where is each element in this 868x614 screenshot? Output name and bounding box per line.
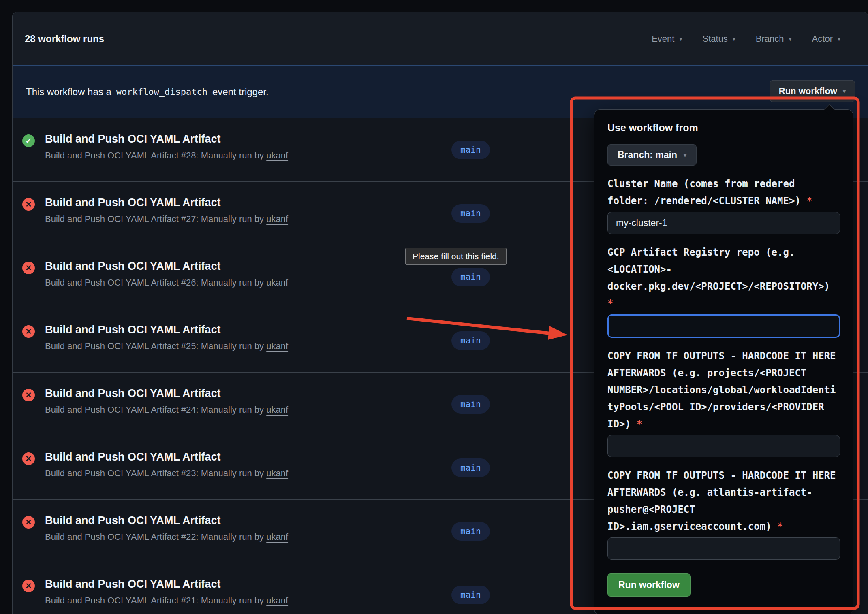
use-workflow-from-heading: Use workflow from <box>607 122 840 134</box>
branch-badge[interactable]: main <box>451 141 490 159</box>
workflow-input-field[interactable] <box>607 435 840 457</box>
actor-link[interactable]: ukanf <box>266 595 288 605</box>
actor-link[interactable]: ukanf <box>266 341 288 351</box>
failure-x-icon: ✕ <box>22 452 35 465</box>
actor-link[interactable]: ukanf <box>266 150 288 160</box>
failure-x-icon: ✕ <box>22 389 35 401</box>
branch-badge[interactable]: main <box>451 268 490 286</box>
success-check-icon: ✓ <box>22 134 35 147</box>
status-filter-dropdown[interactable]: Status ▾ <box>702 34 735 44</box>
event-filter-dropdown[interactable]: Event ▾ <box>652 34 682 44</box>
required-asterisk: * <box>607 298 613 309</box>
failure-x-icon: ✕ <box>22 325 35 338</box>
actor-link[interactable]: ukanf <box>266 532 288 542</box>
chevron-down-icon: ▾ <box>843 88 846 94</box>
runs-list-header: 28 workflow runs Event ▾ Status ▾ Branch… <box>13 12 868 65</box>
run-title-link[interactable]: Build and Push OCI YAML Artifact <box>45 324 288 336</box>
chevron-down-icon: ▾ <box>679 36 682 42</box>
run-title-link[interactable]: Build and Push OCI YAML Artifact <box>45 451 288 463</box>
run-subtitle: Build and Push OCI YAML Artifact #27: Ma… <box>45 214 288 224</box>
failure-x-icon: ✕ <box>22 516 35 529</box>
failure-x-icon: ✕ <box>22 262 35 274</box>
workflow-input-fields: Cluster Name (comes from redered folder:… <box>607 175 840 560</box>
run-subtitle: Build and Push OCI YAML Artifact #23: Ma… <box>45 468 288 479</box>
run-workflow-submit-button[interactable]: Run workflow <box>607 573 691 597</box>
failure-x-icon: ✕ <box>22 580 35 592</box>
workflow-input-label: Cluster Name (comes from redered folder:… <box>607 175 840 209</box>
validation-tooltip: Please fill out this field. <box>405 248 507 265</box>
required-asterisk: * <box>637 418 642 430</box>
branch-badge[interactable]: main <box>451 395 490 414</box>
chevron-down-icon: ▾ <box>684 152 686 158</box>
run-title-link[interactable]: Build and Push OCI YAML Artifact <box>45 260 288 273</box>
workflow-input-field[interactable] <box>607 212 840 234</box>
workflow-input-label: GCP Artifact Registry repo (e.g. <LOCATI… <box>607 244 840 312</box>
run-title-link[interactable]: Build and Push OCI YAML Artifact <box>45 387 288 400</box>
run-title-link[interactable]: Build and Push OCI YAML Artifact <box>45 133 288 145</box>
run-text-block: Build and Push OCI YAML ArtifactBuild an… <box>45 451 288 479</box>
run-title-link[interactable]: Build and Push OCI YAML Artifact <box>45 578 288 591</box>
run-text-block: Build and Push OCI YAML ArtifactBuild an… <box>45 324 288 352</box>
run-text-block: Build and Push OCI YAML ArtifactBuild an… <box>45 196 288 224</box>
actor-link[interactable]: ukanf <box>266 468 288 478</box>
run-subtitle: Build and Push OCI YAML Artifact #22: Ma… <box>45 532 288 542</box>
run-title-link[interactable]: Build and Push OCI YAML Artifact <box>45 196 288 209</box>
required-asterisk: * <box>777 521 783 532</box>
actor-link[interactable]: ukanf <box>266 277 288 288</box>
failure-x-icon: ✕ <box>22 198 35 211</box>
run-workflow-dropdown-button[interactable]: Run workflow ▾ <box>770 80 855 102</box>
filter-bar: Event ▾ Status ▾ Branch ▾ Actor ▾ <box>652 34 852 44</box>
run-text-block: Build and Push OCI YAML ArtifactBuild an… <box>45 260 288 288</box>
branch-filter-dropdown[interactable]: Branch ▾ <box>756 34 792 44</box>
run-subtitle: Build and Push OCI YAML Artifact #21: Ma… <box>45 595 288 606</box>
actor-link[interactable]: ukanf <box>266 405 288 415</box>
run-subtitle: Build and Push OCI YAML Artifact #26: Ma… <box>45 277 288 288</box>
actor-link[interactable]: ukanf <box>266 214 288 224</box>
branch-selector-button[interactable]: Branch: main ▾ <box>607 144 697 166</box>
run-subtitle: Build and Push OCI YAML Artifact #28: Ma… <box>45 150 288 161</box>
chevron-down-icon: ▾ <box>733 36 735 42</box>
run-title-link[interactable]: Build and Push OCI YAML Artifact <box>45 514 288 527</box>
chevron-down-icon: ▾ <box>789 36 792 42</box>
dispatch-banner-text: This workflow has a workflow_dispatch ev… <box>26 86 269 98</box>
workflow-input-label: COPY FROM TF OUTPUTS - HARDCODE IT HERE … <box>607 467 840 535</box>
run-workflow-panel: Use workflow from Branch: main ▾ Cluster… <box>594 109 853 614</box>
run-text-block: Build and Push OCI YAML ArtifactBuild an… <box>45 578 288 606</box>
required-asterisk: * <box>806 195 812 207</box>
actor-filter-dropdown[interactable]: Actor ▾ <box>812 34 840 44</box>
run-subtitle: Build and Push OCI YAML Artifact #25: Ma… <box>45 341 288 352</box>
run-count-title: 28 workflow runs <box>25 33 104 45</box>
branch-badge[interactable]: main <box>451 331 490 350</box>
branch-badge[interactable]: main <box>451 586 490 604</box>
run-subtitle: Build and Push OCI YAML Artifact #24: Ma… <box>45 405 288 415</box>
workflow-input-field[interactable] <box>607 537 840 560</box>
branch-badge[interactable]: main <box>451 458 490 477</box>
chevron-down-icon: ▾ <box>838 36 840 42</box>
workflow-dispatch-code: workflow_dispatch <box>116 87 207 97</box>
workflow-input-label: COPY FROM TF OUTPUTS - HARDCODE IT HERE … <box>607 348 840 433</box>
branch-badge[interactable]: main <box>451 522 490 541</box>
workflow-input-field[interactable] <box>607 314 840 338</box>
run-text-block: Build and Push OCI YAML ArtifactBuild an… <box>45 133 288 161</box>
branch-badge[interactable]: main <box>451 204 490 223</box>
run-text-block: Build and Push OCI YAML ArtifactBuild an… <box>45 514 288 542</box>
run-text-block: Build and Push OCI YAML ArtifactBuild an… <box>45 387 288 415</box>
